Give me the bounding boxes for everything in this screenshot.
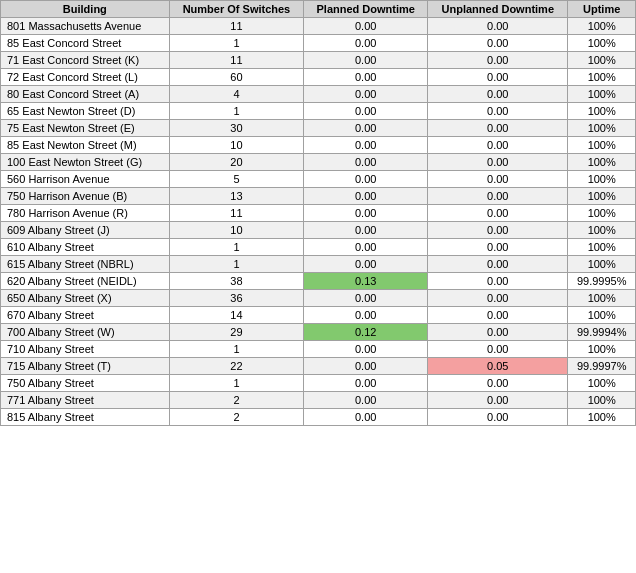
column-header: Uptime	[568, 1, 636, 18]
building-cell: 670 Albany Street	[1, 307, 170, 324]
uptime-cell: 100%	[568, 392, 636, 409]
building-cell: 71 East Concord Street (K)	[1, 52, 170, 69]
unplanned-downtime-cell: 0.00	[428, 392, 568, 409]
planned-downtime-cell: 0.12	[304, 324, 428, 341]
table-row: 75 East Newton Street (E)300.000.00100%	[1, 120, 636, 137]
table-row: 700 Albany Street (W)290.120.0099.9994%	[1, 324, 636, 341]
table-row: 750 Harrison Avenue (B)130.000.00100%	[1, 188, 636, 205]
switches-cell: 1	[169, 341, 304, 358]
unplanned-downtime-cell: 0.00	[428, 273, 568, 290]
building-cell: 801 Massachusetts Avenue	[1, 18, 170, 35]
switches-cell: 30	[169, 120, 304, 137]
switches-cell: 4	[169, 86, 304, 103]
switches-cell: 38	[169, 273, 304, 290]
building-cell: 560 Harrison Avenue	[1, 171, 170, 188]
unplanned-downtime-cell: 0.00	[428, 69, 568, 86]
uptime-cell: 100%	[568, 35, 636, 52]
uptime-cell: 100%	[568, 137, 636, 154]
table-row: 780 Harrison Avenue (R)110.000.00100%	[1, 205, 636, 222]
switches-cell: 20	[169, 154, 304, 171]
building-cell: 609 Albany Street (J)	[1, 222, 170, 239]
planned-downtime-cell: 0.00	[304, 409, 428, 426]
switches-cell: 22	[169, 358, 304, 375]
unplanned-downtime-cell: 0.00	[428, 120, 568, 137]
table-row: 620 Albany Street (NEIDL)380.130.0099.99…	[1, 273, 636, 290]
planned-downtime-cell: 0.13	[304, 273, 428, 290]
unplanned-downtime-cell: 0.00	[428, 18, 568, 35]
building-cell: 815 Albany Street	[1, 409, 170, 426]
planned-downtime-cell: 0.00	[304, 86, 428, 103]
planned-downtime-cell: 0.00	[304, 103, 428, 120]
planned-downtime-cell: 0.00	[304, 375, 428, 392]
planned-downtime-cell: 0.00	[304, 239, 428, 256]
uptime-cell: 100%	[568, 222, 636, 239]
unplanned-downtime-cell: 0.00	[428, 290, 568, 307]
switches-cell: 1	[169, 256, 304, 273]
unplanned-downtime-cell: 0.00	[428, 171, 568, 188]
switches-cell: 1	[169, 375, 304, 392]
column-header: Number Of Switches	[169, 1, 304, 18]
switches-cell: 2	[169, 392, 304, 409]
building-cell: 750 Albany Street	[1, 375, 170, 392]
table-row: 71 East Concord Street (K)110.000.00100%	[1, 52, 636, 69]
table-row: 609 Albany Street (J)100.000.00100%	[1, 222, 636, 239]
building-cell: 610 Albany Street	[1, 239, 170, 256]
table-row: 815 Albany Street20.000.00100%	[1, 409, 636, 426]
building-cell: 100 East Newton Street (G)	[1, 154, 170, 171]
switches-cell: 2	[169, 409, 304, 426]
switches-cell: 10	[169, 137, 304, 154]
building-cell: 710 Albany Street	[1, 341, 170, 358]
uptime-cell: 100%	[568, 409, 636, 426]
building-cell: 75 East Newton Street (E)	[1, 120, 170, 137]
uptime-cell: 100%	[568, 307, 636, 324]
switches-cell: 11	[169, 52, 304, 69]
unplanned-downtime-cell: 0.00	[428, 239, 568, 256]
switches-cell: 5	[169, 171, 304, 188]
uptime-cell: 100%	[568, 375, 636, 392]
table-row: 72 East Concord Street (L)600.000.00100%	[1, 69, 636, 86]
switches-cell: 29	[169, 324, 304, 341]
planned-downtime-cell: 0.00	[304, 256, 428, 273]
uptime-cell: 99.9995%	[568, 273, 636, 290]
table-row: 610 Albany Street10.000.00100%	[1, 239, 636, 256]
uptime-cell: 99.9997%	[568, 358, 636, 375]
table-row: 750 Albany Street10.000.00100%	[1, 375, 636, 392]
uptime-cell: 100%	[568, 154, 636, 171]
uptime-cell: 100%	[568, 256, 636, 273]
planned-downtime-cell: 0.00	[304, 35, 428, 52]
switches-cell: 60	[169, 69, 304, 86]
planned-downtime-cell: 0.00	[304, 18, 428, 35]
switches-cell: 14	[169, 307, 304, 324]
building-cell: 615 Albany Street (NBRL)	[1, 256, 170, 273]
table-row: 80 East Concord Street (A)40.000.00100%	[1, 86, 636, 103]
unplanned-downtime-cell: 0.00	[428, 35, 568, 52]
building-cell: 715 Albany Street (T)	[1, 358, 170, 375]
unplanned-downtime-cell: 0.00	[428, 307, 568, 324]
table-row: 710 Albany Street10.000.00100%	[1, 341, 636, 358]
column-header: Building	[1, 1, 170, 18]
unplanned-downtime-cell: 0.00	[428, 188, 568, 205]
unplanned-downtime-cell: 0.00	[428, 222, 568, 239]
switches-cell: 11	[169, 205, 304, 222]
uptime-cell: 100%	[568, 86, 636, 103]
planned-downtime-cell: 0.00	[304, 392, 428, 409]
unplanned-downtime-cell: 0.00	[428, 341, 568, 358]
planned-downtime-cell: 0.00	[304, 120, 428, 137]
planned-downtime-cell: 0.00	[304, 69, 428, 86]
building-cell: 65 East Newton Street (D)	[1, 103, 170, 120]
planned-downtime-cell: 0.00	[304, 290, 428, 307]
uptime-cell: 100%	[568, 290, 636, 307]
unplanned-downtime-cell: 0.05	[428, 358, 568, 375]
table-row: 85 East Concord Street10.000.00100%	[1, 35, 636, 52]
switches-cell: 36	[169, 290, 304, 307]
uptime-cell: 100%	[568, 103, 636, 120]
unplanned-downtime-cell: 0.00	[428, 205, 568, 222]
planned-downtime-cell: 0.00	[304, 222, 428, 239]
planned-downtime-cell: 0.00	[304, 307, 428, 324]
uptime-cell: 100%	[568, 239, 636, 256]
table-row: 715 Albany Street (T)220.000.0599.9997%	[1, 358, 636, 375]
unplanned-downtime-cell: 0.00	[428, 324, 568, 341]
uptime-cell: 99.9994%	[568, 324, 636, 341]
column-header: Unplanned Downtime	[428, 1, 568, 18]
building-cell: 72 East Concord Street (L)	[1, 69, 170, 86]
